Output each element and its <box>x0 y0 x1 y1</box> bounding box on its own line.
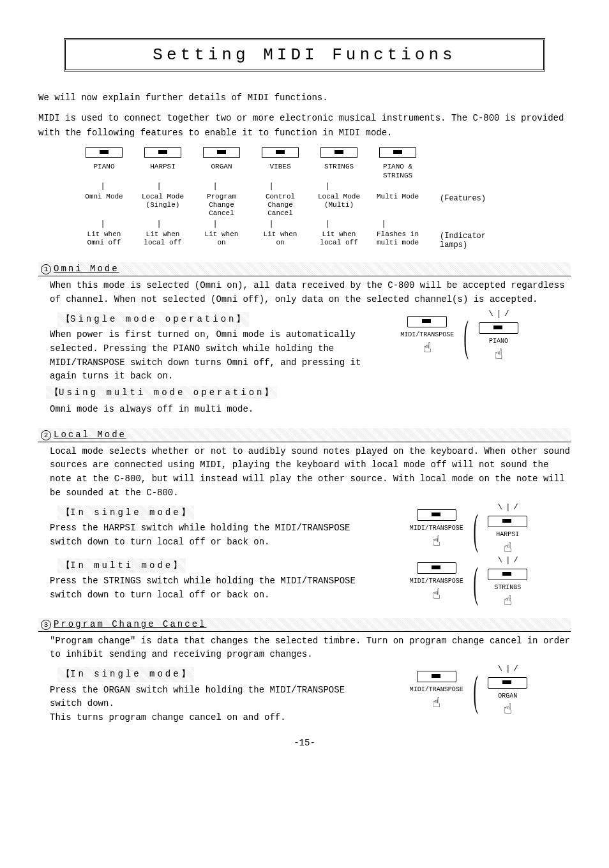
intro-para-2: MIDI is used to connect together two or … <box>38 111 571 140</box>
indicator-label: Lit when local off <box>310 229 368 248</box>
switch-illustration: MIDI/TRANSPOSE ☝ ( \ | / HARPSI ☝ <box>366 503 571 556</box>
indicator-label: Flashes in multi mode <box>368 229 427 248</box>
section-3-title703295 section-3-title: Program Change Cancel <box>54 619 206 629</box>
indicator-label: Lit when local off <box>133 229 192 248</box>
section-2-body: Local mode selects whether or not to aud… <box>38 442 571 503</box>
hand-icon: ☝ <box>504 703 512 717</box>
col-label: PIANO <box>75 161 133 172</box>
organ-switch-icon <box>488 677 527 689</box>
title-wrap: Setting MIDI Functions <box>64 38 545 71</box>
sub-head-multi: Using multi mode operation <box>46 386 277 399</box>
sub-head-single: In single mode <box>57 505 194 521</box>
sub-body: Press the STRINGS switch while holding t… <box>50 574 366 602</box>
hand-icon: ☝ <box>494 348 502 363</box>
brace-open-icon: ( <box>464 315 469 357</box>
switch-label: MIDI/TRANSPOSE <box>410 686 463 693</box>
indicator-side-label: (Indicator lamps) <box>427 229 510 250</box>
hand-icon: ☝ <box>504 542 512 556</box>
section-2-title: Local Mode <box>54 430 126 440</box>
vibes-switch-icon <box>262 147 299 158</box>
circled-number-icon: 3 <box>41 620 51 630</box>
section-3-head: 3Program Change Cancel <box>38 618 571 632</box>
indicator-label: Lit when on <box>192 229 251 248</box>
sub-body: Omni mode is always off in multi mode. <box>38 400 571 419</box>
hand-icon: ☝ <box>432 697 440 711</box>
switch-label: PIANO <box>489 338 508 345</box>
feature-label: Local Mode (Multi) <box>310 191 368 211</box>
col-label: STRINGS <box>310 161 368 172</box>
sub-body: Press the HARPSI switch while holding th… <box>50 521 366 549</box>
organ-switch-icon <box>203 147 240 158</box>
switch-illustration: MIDI/TRANSPOSE ☝ ( \ | / PIANO ☝ ) <box>366 310 571 363</box>
feature-label: Local Mode (Single) <box>133 191 192 211</box>
strings-switch-icon <box>488 569 527 580</box>
midi-transpose-switch-icon <box>407 316 447 327</box>
intro-para-1: We will now explain further details of M… <box>38 91 571 105</box>
brace-open-icon: ( <box>473 670 477 712</box>
section-1-body: When this mode is selected (Omni on), al… <box>38 276 571 309</box>
features-side-label: (Features) <box>427 191 510 203</box>
hand-icon: ☝ <box>423 342 432 356</box>
switch-illustration: MIDI/TRANSPOSE ☝ ( \ | / STRINGS ☝ <box>366 556 571 609</box>
section-2-head: 2Local Mode <box>38 428 571 442</box>
feature-table: PIANO HARPSI ORGAN VIBES STRINGS PIANO &… <box>75 146 534 250</box>
switch-label: MIDI/TRANSPOSE <box>400 331 454 338</box>
flash-lines-icon: \ | / <box>498 503 518 512</box>
harpsi-switch-icon <box>144 147 181 158</box>
hand-icon: ☝ <box>432 535 440 550</box>
feature-label: Control Change Cancel <box>251 191 310 220</box>
feature-label: Multi Mode <box>368 191 427 202</box>
midi-transpose-switch-icon <box>417 671 456 682</box>
col-label: ORGAN <box>192 161 251 172</box>
switch-label: STRINGS <box>494 584 521 591</box>
brace-open-icon: ( <box>473 560 477 603</box>
switch-label: MIDI/TRANSPOSE <box>410 525 463 532</box>
sub-head-multi: In multi mode <box>57 558 186 574</box>
switch-label: MIDI/TRANSPOSE <box>410 578 463 585</box>
col-label: HARPSI <box>133 161 192 172</box>
sub-head-single: In single mode <box>57 667 194 682</box>
midi-transpose-switch-icon <box>417 562 456 574</box>
piano-switch-icon <box>479 322 518 334</box>
piano-switch-icon <box>86 147 123 158</box>
section-1-head: 1Omni Mode <box>38 262 571 276</box>
indicator-label: Lit when Omni off <box>75 229 133 248</box>
page-title: Setting MIDI Functions <box>64 38 545 71</box>
flash-lines-icon: \ | / <box>498 556 518 565</box>
feature-label: Program Change Cancel <box>192 191 251 220</box>
section-3-body: "Program change" is data that changes th… <box>38 632 571 664</box>
feature-label: Omni Mode <box>75 191 133 202</box>
col-label: VIBES <box>251 161 310 172</box>
col-label: PIANO & STRINGS <box>368 161 427 181</box>
strings-switch-icon <box>320 147 357 158</box>
piano-strings-switch-icon <box>379 147 416 158</box>
harpsi-switch-icon <box>488 516 527 527</box>
brace-open-icon: ( <box>473 507 477 550</box>
sub-body: Press the ORGAN switch while holding the… <box>50 684 366 725</box>
switch-label: ORGAN <box>498 692 517 700</box>
page-number: -15- <box>38 738 571 748</box>
switch-illustration: MIDI/TRANSPOSE ☝ ( \ | / ORGAN ☝ <box>366 664 571 717</box>
circled-number-icon: 2 <box>41 430 51 440</box>
sub-head-single: Single mode operation <box>57 312 249 327</box>
circled-number-icon: 1 <box>41 264 51 274</box>
page: Setting MIDI Functions We will now expla… <box>0 0 609 761</box>
switch-label: HARPSI <box>496 531 519 538</box>
section-1-title: Omni Mode <box>54 264 119 274</box>
midi-transpose-switch-icon <box>417 509 456 521</box>
hand-icon: ☝ <box>432 588 440 602</box>
flash-lines-icon: \ | / <box>488 310 508 318</box>
sub-body: When power is first turned on, Omni mode… <box>50 328 366 384</box>
indicator-label: Lit when on <box>251 229 310 248</box>
flash-lines-icon: \ | / <box>498 664 518 673</box>
hand-icon: ☝ <box>504 595 512 609</box>
